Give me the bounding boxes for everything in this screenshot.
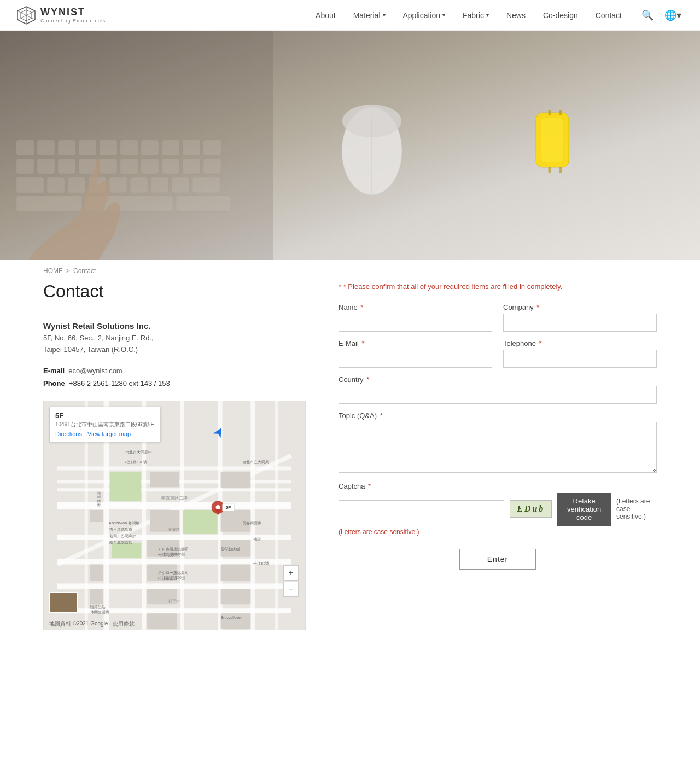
- nav-news[interactable]: News: [498, 1, 534, 30]
- form-submit-row: Enter: [339, 549, 657, 570]
- map-controls: + −: [283, 565, 299, 597]
- nav-fabric[interactable]: Fabric ▾: [454, 1, 498, 30]
- email-input[interactable]: [339, 350, 492, 368]
- chevron-down-icon: ▾: [383, 12, 386, 18]
- topic-textarea[interactable]: [339, 422, 657, 473]
- svg-text:松江同安寿司: 松江同安寿司: [158, 553, 181, 557]
- form-group-email: E-Mail *: [339, 339, 492, 368]
- svg-text:休閒生活廣: 休閒生活廣: [90, 611, 109, 615]
- page-title: Contact: [43, 281, 306, 302]
- svg-point-109: [216, 505, 220, 509]
- svg-text:くら寿司恵比壽司: くら寿司恵比壽司: [158, 547, 189, 552]
- nav-material[interactable]: Material ▾: [345, 1, 394, 30]
- nav-contact[interactable]: Contact: [587, 1, 631, 30]
- email-link[interactable]: eco@wynist.com: [68, 367, 122, 375]
- contact-form: Name * Company * E-Mail *: [339, 303, 657, 570]
- notice-asterisk: *: [339, 282, 343, 291]
- svg-rect-12: [120, 140, 138, 155]
- svg-rect-9: [58, 140, 75, 155]
- svg-rect-56: [57, 489, 291, 492]
- svg-text:台北市立大同高: 台北市立大同高: [242, 461, 269, 465]
- svg-rect-61: [250, 401, 255, 630]
- svg-rect-77: [90, 565, 103, 581]
- nav-application[interactable]: Application ▾: [394, 1, 454, 30]
- svg-rect-32: [130, 177, 148, 193]
- svg-text:臨港生活: 臨港生活: [90, 605, 106, 609]
- search-button[interactable]: 🔍: [639, 7, 656, 24]
- svg-text:南京東路二段: 南京東路二段: [161, 496, 188, 501]
- svg-rect-10: [79, 140, 96, 155]
- map-terms-link[interactable]: 使用條款: [113, 621, 135, 627]
- svg-rect-19: [58, 159, 75, 174]
- language-button[interactable]: 🌐▾: [662, 7, 684, 24]
- map-container[interactable]: 南京東路二段 長春路 松江路156號 松江路150號 四平街 林森北路 松江路1…: [43, 401, 306, 630]
- breadcrumb: HOME > Contact: [0, 260, 700, 281]
- svg-text:Broccolibeer: Broccolibeer: [221, 616, 242, 619]
- address-line-2: Taipei 10457, Taiwan (R.O.C.): [43, 344, 306, 356]
- email-label: E-mail: [43, 367, 65, 375]
- captcha-image: EDub: [510, 500, 552, 518]
- company-label: Company *: [503, 303, 657, 311]
- contact-form-panel: * * Please confirm that all of your requ…: [339, 281, 657, 630]
- nav-about[interactable]: About: [307, 1, 345, 30]
- form-group-company: Company *: [503, 303, 657, 332]
- svg-rect-11: [100, 140, 117, 155]
- contact-info-panel: Contact Wynist Retail Solutions Inc. 5F,…: [43, 281, 306, 630]
- nav-menu: About Material ▾ Application ▾ Fabric ▾ …: [307, 1, 631, 30]
- svg-rect-25: [183, 159, 200, 174]
- country-input[interactable]: [339, 386, 657, 404]
- email-form-label: E-Mail *: [339, 339, 492, 347]
- nav-icons: 🔍 🌐▾: [639, 7, 684, 24]
- name-input[interactable]: [339, 314, 492, 332]
- svg-text:梁記鵝肉飯: 梁記鵝肉飯: [221, 547, 240, 551]
- svg-rect-24: [162, 159, 179, 174]
- svg-rect-67: [112, 543, 142, 558]
- svg-text:老四川巴蜀麻辣: 老四川巴蜀麻辣: [109, 534, 136, 538]
- svg-text:四平街: 四平街: [169, 600, 180, 604]
- telephone-input[interactable]: [503, 350, 657, 368]
- logo-subtitle: Connecting Experiences: [40, 18, 106, 24]
- svg-text:松江南京店: 松江南京店: [158, 577, 177, 581]
- svg-rect-18: [37, 159, 55, 174]
- enter-button[interactable]: Enter: [459, 549, 536, 570]
- map-larger-link[interactable]: View larger map: [88, 431, 131, 437]
- svg-rect-36: [16, 196, 82, 211]
- svg-rect-65: [110, 472, 142, 502]
- svg-text:長春路: 長春路: [169, 528, 180, 531]
- captcha-input[interactable]: [339, 500, 504, 518]
- captcha-label: Captcha *: [339, 482, 657, 490]
- svg-rect-26: [203, 159, 221, 174]
- notice-text: * Please confirm that all of your requir…: [343, 282, 563, 291]
- svg-rect-66: [183, 510, 218, 534]
- svg-text:Kanokwan 老闆娘: Kanokwan 老闆娘: [109, 521, 139, 525]
- map-floor: 5F: [55, 412, 154, 420]
- map-directions-link[interactable]: Directions: [55, 431, 82, 437]
- breadcrumb-separator: >: [66, 267, 70, 275]
- svg-rect-38: [176, 196, 231, 211]
- breadcrumb-home[interactable]: HOME: [43, 267, 63, 275]
- company-input[interactable]: [503, 314, 657, 332]
- case-sensitivity-note: (Letters are case sensitive.): [616, 497, 657, 520]
- svg-rect-16: [203, 140, 221, 155]
- form-group-country: Country *: [339, 375, 657, 404]
- svg-text:林森北路: 林森北路: [97, 492, 101, 508]
- map-zoom-out-button[interactable]: −: [283, 582, 299, 597]
- chevron-down-icon: ▾: [486, 12, 489, 18]
- svg-text:松江路170號: 松江路170號: [125, 461, 147, 465]
- svg-rect-69: [90, 510, 103, 522]
- form-group-captcha: Captcha * EDub Retake verification code …: [339, 482, 657, 536]
- svg-text:スシロー恵比壽司: スシロー恵比壽司: [158, 571, 189, 575]
- nav-codesign[interactable]: Co-design: [534, 1, 587, 30]
- svg-rect-80: [90, 589, 103, 605]
- logo[interactable]: WYNIST Connecting Experiences: [16, 5, 106, 25]
- map-footer: 地圖資料 ©2021 Google 使用條款: [49, 620, 135, 628]
- svg-rect-63: [275, 401, 278, 630]
- map-satellite-toggle[interactable]: [49, 592, 78, 613]
- svg-rect-52: [57, 584, 291, 589]
- topic-label: Topic (Q&A) *: [339, 412, 657, 420]
- svg-rect-33: [151, 177, 168, 193]
- phone-label: Phone: [43, 379, 65, 387]
- svg-rect-43: [541, 118, 563, 162]
- retake-verification-button[interactable]: Retake verification code: [557, 493, 611, 526]
- map-zoom-in-button[interactable]: +: [283, 565, 299, 581]
